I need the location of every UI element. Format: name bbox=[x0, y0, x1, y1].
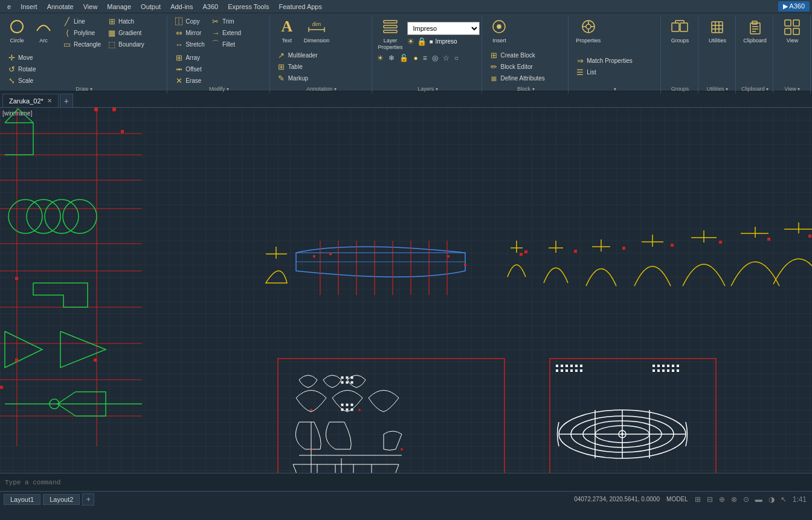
create-block-button[interactable]: ⊞ Create Block bbox=[487, 50, 546, 60]
menu-item-output[interactable]: Output bbox=[136, 2, 166, 11]
boundary-icon: ⬚ bbox=[107, 39, 117, 49]
text-button[interactable]: A Text bbox=[275, 16, 299, 45]
tab-add-button[interactable]: + bbox=[60, 94, 73, 107]
svg-rect-131 bbox=[652, 369, 655, 372]
gradient-button[interactable]: ▦ Gradient bbox=[105, 27, 146, 38]
block-editor-button[interactable]: ✏ Block Editor bbox=[487, 61, 546, 72]
svg-text:dim: dim bbox=[312, 21, 321, 27]
menu-item-featuredapps[interactable]: Featured Apps bbox=[274, 2, 327, 11]
svg-rect-130 bbox=[677, 365, 679, 367]
dimension-button[interactable]: dim Dimension bbox=[301, 16, 332, 45]
properties-button[interactable]: Properties bbox=[573, 16, 603, 45]
multileader-button[interactable]: ↗ Multileader bbox=[275, 50, 320, 60]
layer-icon4[interactable]: ● bbox=[411, 53, 419, 63]
line-icon: ╱ bbox=[62, 16, 72, 26]
utilities-button[interactable]: Utilities bbox=[702, 16, 732, 47]
offset-button[interactable]: ⥈ Offset bbox=[172, 63, 204, 74]
menu-item-insert[interactable]: Insert bbox=[16, 2, 42, 11]
ribbon-group-properties: Properties ⇒ Match Properties ☰ List ▾ bbox=[570, 16, 661, 93]
rotate-button[interactable]: ↺ Rotate bbox=[5, 63, 37, 74]
layer-icon2[interactable]: ❄ bbox=[387, 53, 396, 63]
markup-button[interactable]: ✎ Markup bbox=[275, 73, 320, 83]
line-button[interactable]: ╱ Line bbox=[60, 16, 103, 27]
dimension-label: Dimension bbox=[304, 37, 330, 44]
erase-button[interactable]: ✕ Erase bbox=[172, 75, 204, 86]
menu-item-e[interactable]: e bbox=[2, 2, 16, 11]
trim-button[interactable]: ✂ Trim bbox=[209, 16, 243, 27]
fillet-button[interactable]: ⌒ Fillet bbox=[209, 39, 243, 50]
ortho-icon[interactable]: ⊕ bbox=[717, 495, 727, 504]
array-button[interactable]: ⊞ Array bbox=[172, 52, 204, 63]
insert-button[interactable]: Insert bbox=[487, 16, 511, 45]
layer-icon8[interactable]: ○ bbox=[453, 53, 460, 63]
lineweight-icon[interactable]: ▬ bbox=[753, 495, 764, 504]
tab-zaruka02[interactable]: Zaruka_02* ✕ bbox=[2, 94, 59, 107]
snap-icon[interactable]: ⊞ bbox=[693, 495, 703, 504]
svg-rect-116 bbox=[570, 365, 573, 367]
osnap-icon[interactable]: ⊙ bbox=[741, 495, 751, 504]
transparency-icon[interactable]: ◑ bbox=[767, 495, 776, 504]
erase-icon: ✕ bbox=[174, 76, 184, 85]
define-attr-button[interactable]: ≣ Define Attributes bbox=[487, 73, 546, 83]
menu-item-annotate[interactable]: Annotate bbox=[42, 2, 79, 11]
svg-rect-85 bbox=[346, 382, 348, 383]
layout1-tab[interactable]: Layout1 bbox=[4, 494, 40, 505]
layer-icon6[interactable]: ◎ bbox=[430, 53, 440, 63]
move-button[interactable]: ✛ Move bbox=[5, 52, 37, 63]
clipboard-button[interactable]: Clipboard bbox=[740, 16, 770, 47]
groups-button[interactable]: Groups bbox=[665, 16, 695, 47]
copy-button[interactable]: ⿰ Copy bbox=[172, 16, 207, 27]
gradient-icon: ▦ bbox=[107, 28, 117, 37]
hatch-button[interactable]: ⊞ Hatch bbox=[105, 16, 146, 27]
menu-item-addins[interactable]: Add-ins bbox=[166, 2, 198, 11]
svg-rect-133 bbox=[662, 369, 665, 372]
match-prop-button[interactable]: ⇒ Match Properties bbox=[573, 56, 634, 67]
polyline-button[interactable]: ⟨ Polyline bbox=[60, 27, 103, 38]
menu-item-view[interactable]: View bbox=[79, 2, 103, 11]
ribbon-group-utilities: Utilities Utilities ▾ bbox=[700, 16, 736, 93]
rectangle-button[interactable]: ▭ Rectangle bbox=[60, 39, 103, 50]
svg-rect-163 bbox=[520, 253, 523, 256]
layout-add-button[interactable]: + bbox=[82, 493, 94, 505]
layer-dropdown[interactable]: Impreso 0 DEFPOINTS bbox=[407, 22, 480, 35]
boundary-button[interactable]: ⬚ Boundary bbox=[105, 39, 146, 50]
svg-rect-91 bbox=[346, 409, 348, 411]
svg-rect-84 bbox=[341, 382, 343, 383]
select-icon[interactable]: ↖ bbox=[779, 495, 788, 504]
ribbon-group-view: View View ▾ bbox=[775, 16, 811, 93]
polar-icon[interactable]: ⊗ bbox=[729, 495, 739, 504]
command-input[interactable] bbox=[5, 479, 807, 486]
a360-share-button[interactable]: ▶ A360 bbox=[778, 1, 810, 11]
stretch-button[interactable]: ↔ Stretch bbox=[172, 39, 207, 50]
list-button[interactable]: ☰ List bbox=[573, 67, 634, 78]
layer-icon1[interactable]: ☀ bbox=[375, 53, 385, 63]
canvas-area[interactable]: [wireframe] bbox=[0, 108, 812, 473]
view-group-label: View ▾ bbox=[778, 86, 807, 93]
menu-item-expresstools[interactable]: Express Tools bbox=[223, 2, 274, 11]
utilities-group-label: Utilities ▾ bbox=[703, 86, 732, 93]
scale-button[interactable]: ⤡ Scale bbox=[5, 75, 37, 86]
arc-button[interactable]: Arc bbox=[31, 16, 56, 45]
grid-icon[interactable]: ⊟ bbox=[705, 495, 715, 504]
properties-icon bbox=[579, 17, 598, 36]
layout2-tab[interactable]: Layout2 bbox=[43, 494, 80, 505]
table-button[interactable]: ⊞ Table bbox=[275, 61, 320, 72]
tab-close-button[interactable]: ✕ bbox=[47, 97, 52, 104]
mirror-button[interactable]: ⇔ Mirror bbox=[172, 27, 207, 38]
layer-properties-icon bbox=[381, 17, 400, 36]
svg-rect-166 bbox=[622, 247, 625, 250]
layer-properties-button[interactable]: LayerProperties bbox=[375, 16, 405, 52]
drawing-canvas[interactable]: 10 0m ZARUKA Plancha ZK1-500x400x6 Esc 1… bbox=[0, 108, 812, 473]
extend-button[interactable]: → Extend bbox=[209, 27, 243, 38]
svg-rect-17 bbox=[680, 23, 688, 31]
view-button[interactable]: View bbox=[777, 16, 807, 47]
layer-icon5[interactable]: ≡ bbox=[421, 53, 429, 63]
layer-icon7[interactable]: ☆ bbox=[441, 53, 451, 63]
circle-button[interactable]: Circle bbox=[5, 16, 29, 45]
layer-off-icon: ○ bbox=[454, 54, 459, 62]
menu-item-a360[interactable]: A360 bbox=[198, 2, 223, 11]
properties-label: Properties bbox=[576, 37, 601, 44]
annotation-group-label: Annotation ▾ bbox=[275, 86, 369, 93]
layer-icon3[interactable]: 🔓 bbox=[398, 53, 410, 63]
menu-item-manage[interactable]: Manage bbox=[102, 2, 136, 11]
